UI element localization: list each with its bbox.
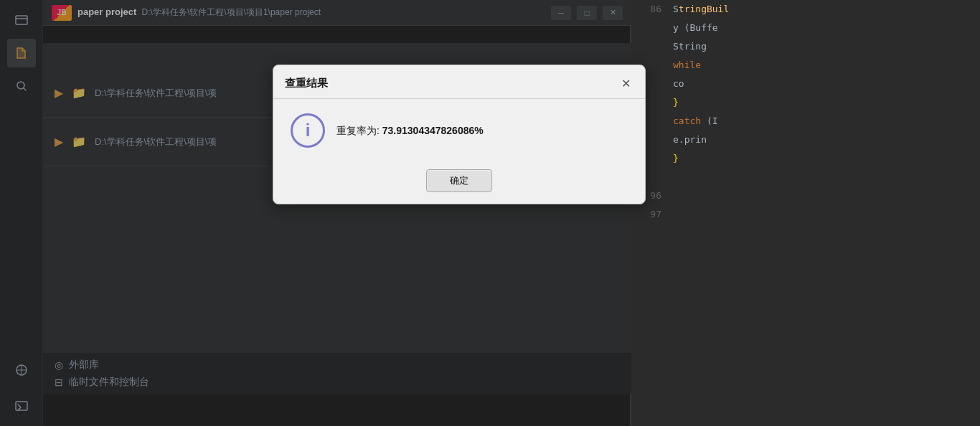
ln-88 [631,37,661,56]
dialog-title-bar: 查重结果 ✕ [273,65,645,99]
code-line-93: e.prin [673,131,974,149]
dialog-body: i 重复率为: 73.91304347826086% [273,99,645,162]
code-line-87: y (Buffe [673,19,974,37]
dialog-title: 查重结果 [285,77,618,90]
result-dialog: 查重结果 ✕ i 重复率为: 73.91304347826086% 确定 [273,65,646,204]
ok-button[interactable]: 确定 [426,169,492,192]
dialog-close-button[interactable]: ✕ [618,75,633,91]
code-content: StringBuil y (Buffe String while co } ca… [667,0,980,426]
dialog-footer: 确定 [273,162,645,204]
info-icon: i [291,113,325,148]
code-line-90: co [673,75,974,93]
code-line-88: String [673,37,974,56]
ln-87 [631,19,661,37]
code-line-91: } [673,93,974,112]
code-line-96: } [673,149,974,168]
dialog-message: 重复率为: 73.91304347826086% [336,123,484,138]
ln-86: 86 [631,0,661,19]
message-prefix: 重复率为: [336,125,382,136]
ln-97: 97 [631,205,661,224]
message-value: 73.91304347826086% [382,125,484,136]
code-panel: 86 96 97 StringBuil y (Buffe String whil… [631,0,980,426]
code-line-89: while [673,56,974,75]
code-line-92: catch (I [673,112,974,131]
code-line-86: StringBuil [673,0,974,19]
